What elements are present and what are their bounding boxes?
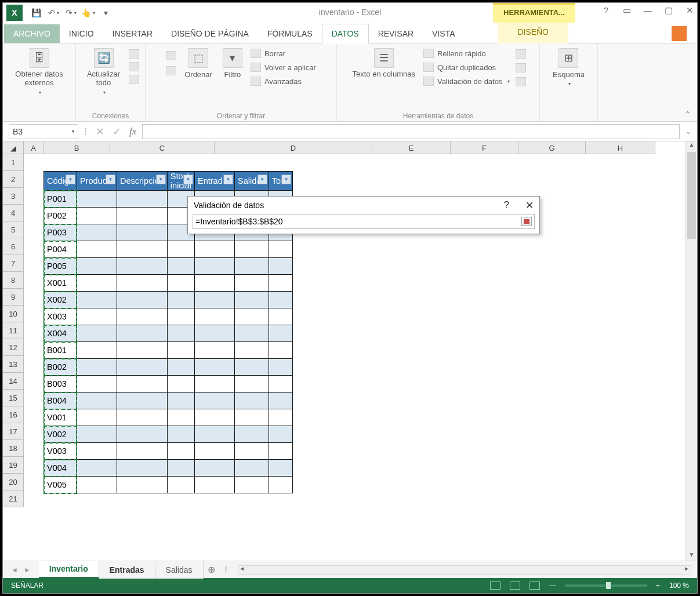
table-tools-tab[interactable]: HERRAMIENTA... <box>493 3 575 23</box>
cell[interactable] <box>235 275 269 292</box>
cell[interactable] <box>117 460 168 477</box>
cell[interactable] <box>269 308 293 325</box>
horizontal-scrollbar[interactable] <box>238 565 691 575</box>
col-header-B[interactable]: B <box>43 141 110 154</box>
row-header-4[interactable]: 4 <box>3 205 24 221</box>
cell[interactable] <box>167 409 194 426</box>
row-header-19[interactable]: 19 <box>3 457 24 474</box>
cell[interactable] <box>195 241 235 258</box>
cell[interactable] <box>195 393 235 409</box>
cell[interactable]: X001 <box>44 275 77 292</box>
cell[interactable] <box>77 342 117 359</box>
cell[interactable] <box>77 460 117 477</box>
vertical-scrollbar[interactable]: ▲ ▼ <box>686 141 697 561</box>
cell[interactable] <box>235 292 269 308</box>
tab-datos[interactable]: DATOS <box>322 24 369 43</box>
relationships-icon[interactable] <box>516 77 526 86</box>
sort-za-button[interactable] <box>166 66 176 76</box>
range-picker-icon[interactable] <box>521 217 532 226</box>
row-header-3[interactable]: 3 <box>3 188 24 205</box>
filter-dropdown-icon[interactable]: ▼ <box>156 175 166 184</box>
scroll-up-icon[interactable]: ▲ <box>686 141 697 151</box>
validacion-datos-button[interactable]: Validación de datos ▾ <box>423 76 510 86</box>
dialog-titlebar[interactable]: Validación de datos ? ✕ <box>188 197 539 214</box>
help-icon[interactable]: ? <box>601 5 611 16</box>
row-header-16[interactable]: 16 <box>3 406 24 423</box>
cell[interactable] <box>167 241 194 258</box>
cell[interactable] <box>167 275 194 292</box>
cell[interactable]: P005 <box>44 258 77 275</box>
sheet-next-icon[interactable]: ► <box>24 566 31 574</box>
row-header-15[interactable]: 15 <box>3 390 24 406</box>
cell[interactable] <box>167 258 194 275</box>
sheet-tab-inventario[interactable]: Inventario <box>39 561 99 579</box>
cell[interactable] <box>77 477 117 493</box>
row-header-17[interactable]: 17 <box>3 423 24 440</box>
cell[interactable] <box>269 477 293 493</box>
cell[interactable] <box>77 359 117 376</box>
cell[interactable]: P003 <box>44 224 77 241</box>
cell[interactable]: B004 <box>44 393 77 409</box>
cell[interactable]: V002 <box>44 426 77 443</box>
row-header-5[interactable]: 5 <box>3 221 24 238</box>
connections-icon[interactable] <box>129 49 139 59</box>
avanzadas-button[interactable]: Avanzadas <box>251 76 316 86</box>
cell[interactable] <box>195 443 235 460</box>
scroll-thumb[interactable] <box>687 152 696 239</box>
cell[interactable]: P002 <box>44 208 77 224</box>
cell[interactable] <box>195 409 235 426</box>
filter-dropdown-icon[interactable]: ▼ <box>281 175 291 184</box>
cell[interactable] <box>117 359 168 376</box>
cell[interactable] <box>77 426 117 443</box>
cell[interactable]: X002 <box>44 292 77 308</box>
cell[interactable] <box>235 460 269 477</box>
enter-icon[interactable]: ✓ <box>113 125 121 138</box>
cell[interactable] <box>195 308 235 325</box>
undo-icon[interactable]: ↶▾ <box>48 8 59 18</box>
tab-splitter-icon[interactable]: ⁞ <box>220 564 232 575</box>
cell[interactable] <box>269 426 293 443</box>
row-header-1[interactable]: 1 <box>3 154 24 171</box>
row-header-10[interactable]: 10 <box>3 306 24 322</box>
cell[interactable] <box>195 376 235 393</box>
dialog-close-icon[interactable]: ✕ <box>525 199 534 212</box>
cell[interactable] <box>77 443 117 460</box>
cell[interactable] <box>117 393 168 409</box>
tab-revisar[interactable]: REVISAR <box>369 24 423 43</box>
table-header-2[interactable]: Descripción▼ <box>117 172 168 191</box>
zoom-in-icon[interactable]: + <box>656 582 660 590</box>
volver-aplicar-button[interactable]: Volver a aplicar <box>251 62 316 72</box>
row-header-13[interactable]: 13 <box>3 356 24 373</box>
filter-dropdown-icon[interactable]: ▼ <box>183 175 193 184</box>
row-header-18[interactable]: 18 <box>3 440 24 457</box>
view-break-icon[interactable] <box>529 582 540 590</box>
cell[interactable] <box>167 460 194 477</box>
cell[interactable] <box>269 460 293 477</box>
cell[interactable] <box>117 426 168 443</box>
table-header-3[interactable]: Stock inicial▼ <box>167 172 194 191</box>
tab-vista[interactable]: VISTA <box>423 24 464 43</box>
cell[interactable] <box>195 325 235 342</box>
ribbon-options-icon[interactable]: ▭ <box>622 5 632 16</box>
cell[interactable] <box>167 292 194 308</box>
edit-links-icon[interactable] <box>129 75 139 84</box>
table-header-6[interactable]: Total▼ <box>269 172 293 191</box>
maximize-icon[interactable]: ▢ <box>663 5 674 16</box>
row-header-12[interactable]: 12 <box>3 339 24 356</box>
col-header-D[interactable]: D <box>215 141 372 154</box>
cell[interactable]: B001 <box>44 342 77 359</box>
cell[interactable] <box>269 393 293 409</box>
row-header-6[interactable]: 6 <box>3 238 24 255</box>
row-header-14[interactable]: 14 <box>3 373 24 390</box>
filter-dropdown-icon[interactable]: ▼ <box>223 175 233 184</box>
cell[interactable] <box>235 393 269 409</box>
col-header-A[interactable]: A <box>24 141 43 154</box>
consolidate-icon[interactable] <box>516 49 526 59</box>
cell[interactable] <box>195 292 235 308</box>
dialog-help-icon[interactable]: ? <box>504 199 509 212</box>
cell[interactable] <box>77 292 117 308</box>
filtro-button[interactable]: ▾ Filtro <box>220 47 245 80</box>
dialog-range-input[interactable]: =Inventario!$B$3:$B$20 <box>193 214 535 229</box>
cell[interactable] <box>117 325 168 342</box>
cell[interactable] <box>117 241 168 258</box>
